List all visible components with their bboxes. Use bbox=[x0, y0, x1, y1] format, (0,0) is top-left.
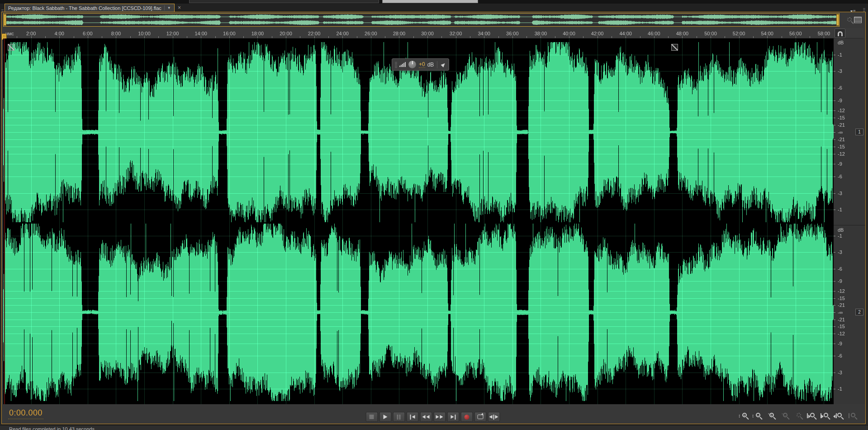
ruler-time-label: 6:00 bbox=[83, 31, 92, 36]
ruler-tick bbox=[654, 36, 655, 38]
db-scale-label: -12 bbox=[838, 151, 845, 157]
ruler-tick bbox=[243, 36, 244, 38]
db-scale-label: -12 bbox=[838, 288, 845, 294]
timeline-ruler[interactable]: чмс 2:004:006:008:0010:0012:0014:0016:00… bbox=[2, 28, 863, 38]
zoom-out-time-button[interactable]: ↔− bbox=[779, 412, 790, 422]
selection-corner-handle-left[interactable] bbox=[8, 44, 14, 51]
gain-value[interactable]: +0 bbox=[419, 62, 425, 68]
selection-corner-handle-right[interactable] bbox=[671, 44, 678, 51]
zoom-out-amplitude-button[interactable]: ↕− bbox=[752, 412, 763, 422]
gain-unit-label: dB bbox=[427, 62, 434, 68]
snap-toggle-button[interactable] bbox=[835, 29, 845, 38]
zoom-to-selection-button[interactable] bbox=[833, 412, 844, 422]
skip-to-start-button[interactable] bbox=[406, 412, 418, 422]
zoom-in-time-button[interactable]: ↔+ bbox=[765, 412, 777, 422]
channel-divider bbox=[834, 225, 865, 225]
db-scale-label: -21 bbox=[838, 302, 845, 308]
audition-window: Редактор: Black Sabbath - The Sabbath Co… bbox=[0, 0, 868, 430]
db-scale-label: -15 bbox=[838, 115, 845, 120]
zoom-in-amplitude-button[interactable]: ↕+ bbox=[738, 412, 749, 422]
ruler-tick bbox=[612, 36, 612, 38]
zoom-in-at-out-point-button[interactable] bbox=[820, 412, 831, 422]
db-scale-label: -6 bbox=[838, 353, 842, 358]
db-scale-tick bbox=[834, 344, 835, 344]
ruler-time-label: 16:00 bbox=[223, 31, 236, 36]
loop-playback-button[interactable] bbox=[474, 412, 486, 422]
db-scale-label: -1 bbox=[838, 52, 842, 57]
reset-zoom-button[interactable] bbox=[847, 412, 858, 422]
db-scale-tick bbox=[834, 356, 835, 356]
ruler-tick bbox=[441, 36, 442, 38]
navigator-right-handle[interactable] bbox=[836, 14, 839, 26]
db-scale-label: -6 bbox=[838, 85, 842, 91]
amplitude-scale[interactable]: dB-1-3-6-9-12-15-21-∞-21-15-12-9-6-3-11d… bbox=[834, 38, 865, 404]
playhead-line[interactable] bbox=[4, 38, 5, 404]
ruler-tick bbox=[385, 36, 385, 38]
zoom-out-full-button[interactable] bbox=[792, 412, 804, 422]
toolbar-fragment-light bbox=[382, 0, 478, 3]
tab-dropdown-icon[interactable]: ▼ bbox=[167, 6, 171, 10]
ruler-tick bbox=[102, 36, 102, 38]
db-scale-tick bbox=[834, 320, 835, 320]
ruler-tick bbox=[116, 36, 116, 38]
gain-knob[interactable] bbox=[408, 60, 417, 69]
ruler-time-label: 12:00 bbox=[166, 31, 179, 36]
db-scale-tick bbox=[834, 193, 835, 194]
skip-selection-button[interactable] bbox=[488, 412, 500, 422]
ruler-tick bbox=[257, 36, 258, 38]
zoom-navigator[interactable] bbox=[3, 13, 840, 27]
editor-tab[interactable]: Редактор: Black Sabbath - The Sabbath Co… bbox=[5, 4, 175, 12]
db-scale-label: -9 bbox=[838, 278, 842, 284]
play-button[interactable] bbox=[379, 412, 391, 422]
volume-bars-icon bbox=[399, 62, 406, 67]
ruler-tick bbox=[810, 36, 810, 38]
navigator-waveform[interactable] bbox=[4, 14, 839, 26]
ruler-tick bbox=[229, 36, 230, 38]
db-scale-tick bbox=[834, 55, 835, 55]
ruler-tick bbox=[598, 36, 598, 38]
navigator-left-handle[interactable] bbox=[4, 14, 6, 26]
waveform-display[interactable] bbox=[3, 38, 834, 404]
db-scale-label: -12 bbox=[838, 331, 845, 336]
db-scale-label: -3 bbox=[838, 249, 842, 255]
fast-forward-button[interactable] bbox=[433, 412, 446, 422]
ruler-tick bbox=[484, 36, 484, 38]
stop-button[interactable] bbox=[365, 412, 378, 422]
ruler-tick bbox=[300, 36, 300, 38]
channel-badge: 1 bbox=[855, 129, 863, 135]
record-button[interactable] bbox=[460, 412, 473, 422]
editor-bottom-bar: 0:00.000 ↕+↕−↔+↔− bbox=[2, 404, 863, 424]
ruler-tick bbox=[328, 36, 329, 38]
pause-button[interactable] bbox=[393, 412, 405, 422]
db-scale-label: -1 bbox=[838, 207, 842, 212]
ruler-tick bbox=[512, 36, 513, 38]
db-scale-tick bbox=[834, 305, 835, 306]
ruler-time-label: 38:00 bbox=[535, 31, 547, 36]
ruler-tick bbox=[88, 36, 88, 38]
ruler-tick bbox=[697, 36, 697, 38]
ruler-time-label: 30:00 bbox=[421, 31, 434, 36]
db-scale-label: -15 bbox=[838, 144, 845, 149]
db-scale-label: -21 bbox=[838, 137, 845, 142]
pin-hud-icon[interactable] bbox=[441, 62, 446, 67]
hud-grip-icon[interactable] bbox=[395, 61, 397, 68]
time-display[interactable]: 0:00.000 bbox=[8, 408, 43, 419]
tab-close-icon[interactable]: × bbox=[178, 5, 181, 10]
status-bar: Read files completed in 10.43 seconds bbox=[0, 425, 868, 430]
db-scale-label: -∞ bbox=[838, 310, 843, 315]
zoom-in-at-in-point-button[interactable] bbox=[806, 412, 817, 422]
rewind-button[interactable] bbox=[420, 412, 432, 422]
ruler-tick bbox=[725, 36, 725, 38]
ruler-tick bbox=[583, 36, 583, 38]
db-scale-tick bbox=[834, 252, 835, 253]
ruler-tick bbox=[541, 36, 541, 38]
ruler-tick bbox=[498, 36, 499, 38]
ruler-time-label: 18:00 bbox=[251, 31, 264, 36]
volume-hud[interactable]: +0 dB bbox=[392, 58, 449, 71]
db-scale-tick bbox=[834, 312, 835, 313]
ruler-tick bbox=[682, 36, 683, 38]
skip-to-end-button[interactable] bbox=[447, 412, 459, 422]
editor-tab-title: Редактор: Black Sabbath - The Sabbath Co… bbox=[8, 5, 161, 11]
navigator-menu-icon[interactable] bbox=[854, 17, 862, 23]
ruler-tick bbox=[342, 36, 343, 38]
